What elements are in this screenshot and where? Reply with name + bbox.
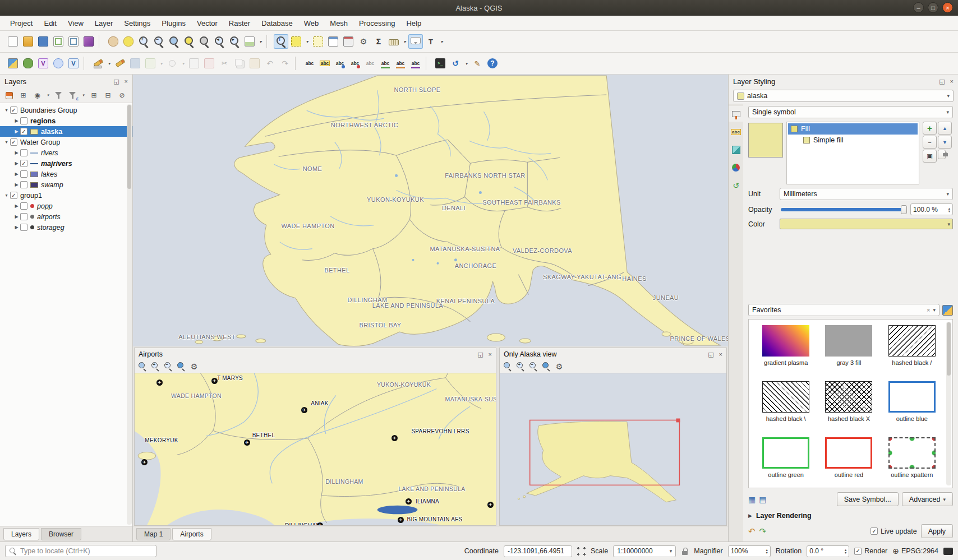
scrollbar[interactable] (946, 322, 951, 485)
open-attribute-table-icon[interactable] (326, 34, 340, 49)
add-symbol-layer-button[interactable]: + (923, 122, 937, 135)
new-map-view-icon[interactable] (242, 34, 257, 49)
current-edits-icon[interactable] (91, 56, 105, 71)
new-map-view-dropdown[interactable]: ▾ (257, 34, 264, 49)
rotate-label-icon[interactable]: abc (393, 56, 408, 71)
field-calculator-icon[interactable] (341, 34, 356, 49)
new-virtual-layer-icon[interactable]: V (66, 56, 81, 71)
visibility-checkbox[interactable] (20, 170, 27, 178)
filter-expression-icon[interactable]: ε (67, 90, 79, 101)
lock-symbol-color-button[interactable] (938, 150, 946, 159)
layout-manager-icon[interactable] (66, 34, 81, 49)
move-symbol-up-button[interactable]: ▲ (938, 122, 952, 135)
zoom-full-icon[interactable] (137, 361, 148, 372)
symbol-mode-select[interactable]: Single symbol ▾ (748, 106, 953, 118)
layer-item-popp[interactable]: ▶ popp (0, 201, 132, 211)
text-annotation-icon[interactable]: T (423, 34, 438, 49)
menu-item[interactable]: Project (4, 17, 38, 30)
tab-layers[interactable]: Layers (3, 528, 39, 540)
zoom-in-icon[interactable]: + (515, 361, 526, 372)
menu-item[interactable]: Help (400, 17, 427, 30)
close-button[interactable]: × (942, 2, 953, 13)
scrollbar-thumb[interactable] (947, 322, 951, 376)
measure-icon[interactable] (386, 34, 401, 49)
clear-filter-icon[interactable]: × (927, 307, 930, 313)
map-themes-dropdown[interactable]: ▾ (45, 93, 50, 98)
maximize-button[interactable]: □ (928, 2, 938, 13)
scrollbar-thumb[interactable] (127, 105, 131, 189)
menu-item[interactable]: Layer (89, 17, 119, 30)
deselect-features-icon[interactable] (311, 34, 325, 49)
group-item-group1[interactable]: ▾ ✓ group1 (0, 190, 132, 201)
history-tab[interactable]: ↺ (729, 178, 743, 193)
save-symbol-button[interactable]: Save Symbol... (837, 492, 899, 506)
undo-icon[interactable]: ↶ (262, 56, 277, 71)
layer-item-regions[interactable]: ▶ regions (0, 115, 132, 126)
opacity-slider[interactable] (781, 208, 906, 211)
rotation-spinner[interactable]: 0.0 ° ▴▾ (807, 545, 849, 557)
select-features-dropdown[interactable]: ▾ (304, 34, 310, 49)
visibility-checkbox[interactable] (20, 181, 27, 188)
visibility-checkbox[interactable]: ✓ (20, 128, 27, 135)
lock-scale-icon[interactable] (681, 547, 689, 556)
datasource-manager-icon[interactable] (6, 56, 20, 71)
current-edits-dropdown[interactable]: ▾ (106, 56, 112, 71)
pin-labels-icon[interactable]: abc (333, 56, 347, 71)
duplicate-symbol-layer-button[interactable]: ▣ (923, 150, 937, 163)
save-layer-edits-icon[interactable] (128, 56, 142, 71)
crs-status[interactable]: ⊕ EPSG:2964 (892, 547, 938, 556)
opacity-spinner[interactable]: 100.0 % ▴▾ (910, 203, 953, 215)
zoom-in-icon[interactable]: + (150, 361, 161, 372)
extents-icon[interactable] (577, 547, 586, 556)
visibility-checkbox[interactable] (20, 117, 27, 124)
color-button[interactable]: ▾ (780, 219, 953, 229)
expander-icon[interactable]: ▾ (3, 193, 10, 198)
view-settings-icon[interactable]: ⚙ (188, 361, 200, 372)
visibility-checkbox[interactable]: ✓ (20, 160, 27, 167)
messages-icon[interactable] (943, 548, 953, 555)
pan-map-icon[interactable] (106, 34, 121, 49)
float-panel-icon[interactable]: ◱ (939, 78, 945, 85)
float-panel-icon[interactable]: ◱ (477, 351, 483, 358)
menu-item[interactable]: Processing (353, 17, 400, 30)
zoom-to-layer-icon[interactable] (197, 34, 211, 49)
unpin-labels-icon[interactable]: abc (348, 56, 362, 71)
annotation-dropdown[interactable]: ▾ (439, 34, 445, 49)
slider-handle[interactable] (901, 205, 907, 214)
symbol-gradient-plasma[interactable]: gradient plasma (754, 325, 817, 379)
locator-search[interactable]: Type to locate (Ctrl+K) (5, 545, 156, 557)
minimize-button[interactable]: – (913, 2, 924, 13)
render-checkbox[interactable]: ✓ Render (854, 547, 887, 555)
scrollbar[interactable] (127, 104, 132, 525)
move-symbol-down-button[interactable]: ▼ (938, 136, 952, 149)
visibility-checkbox[interactable] (20, 149, 27, 156)
symbol-hashed-black-slash[interactable]: hashed black / (881, 325, 943, 379)
expander-icon[interactable]: ▾ (3, 140, 10, 145)
symbol-gray-3-fill[interactable]: gray 3 fill (817, 325, 880, 379)
symbology-tab[interactable] (729, 106, 743, 122)
redo-icon[interactable]: ↷ (278, 56, 292, 71)
copy-features-icon[interactable] (232, 56, 247, 71)
style-manager-icon[interactable] (81, 34, 96, 49)
annotation-edit-icon[interactable]: ✎ (470, 56, 485, 71)
visibility-checkbox[interactable] (20, 202, 27, 210)
tab-map-1[interactable]: Map 1 (136, 528, 171, 540)
add-polygon-feature-icon[interactable] (143, 56, 158, 71)
statistics-icon[interactable]: Σ (371, 34, 386, 49)
expander-icon[interactable]: ▶ (13, 182, 20, 187)
modify-attributes-icon[interactable] (187, 56, 201, 71)
set-view-extent-icon[interactable] (176, 361, 187, 372)
new-spatialite-layer-icon[interactable] (51, 56, 66, 71)
manage-map-themes-icon[interactable]: ◉ (31, 90, 43, 101)
expander-icon[interactable]: ▶ (13, 161, 20, 166)
expander-icon[interactable]: ▶ (13, 118, 20, 123)
menu-item[interactable]: Web (298, 17, 325, 30)
history-dropdown[interactable]: ▾ (463, 56, 469, 71)
airports-map-canvas[interactable]: T MARYSYUKON-KOYUKUKWADE HAMPTONMATANUSK… (135, 373, 496, 525)
visibility-checkbox[interactable]: ✓ (10, 138, 17, 146)
layer-item-storageg[interactable]: ▶ storageg (0, 222, 132, 233)
menu-item[interactable]: Raster (223, 17, 256, 30)
menu-item[interactable]: Settings (118, 17, 156, 30)
magnifier-spinner[interactable]: 100% ▴▾ (728, 545, 771, 557)
unit-select[interactable]: Millimeters ▾ (780, 188, 953, 200)
